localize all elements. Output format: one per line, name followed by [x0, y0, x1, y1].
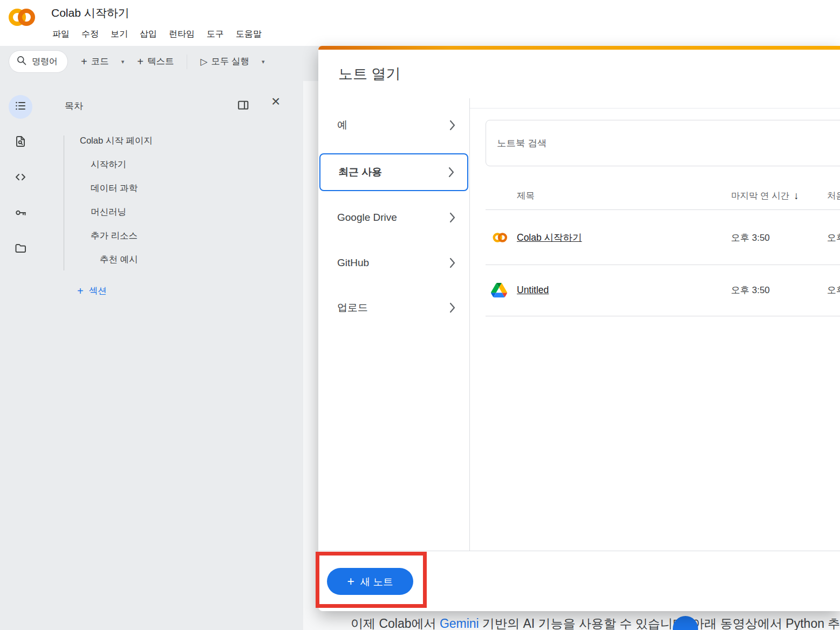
column-last-opened-label: 마지막 연 시간	[731, 190, 789, 202]
dialog-nav-examples[interactable]: 예	[319, 106, 468, 144]
nav-label: GitHub	[337, 257, 369, 269]
code-icon	[14, 171, 27, 186]
commands-button[interactable]: 명령어	[9, 50, 68, 73]
last-opened-cell: 오후 3:50	[731, 284, 770, 296]
menu-help[interactable]: 도움말	[230, 26, 268, 43]
dialog-divider	[470, 108, 840, 109]
colab-logo-icon[interactable]	[6, 4, 37, 32]
chevron-right-icon	[449, 120, 455, 131]
close-icon[interactable]: ×	[271, 94, 280, 109]
sort-descending-icon: ↓	[794, 190, 799, 202]
add-text-button[interactable]: + 텍스트	[137, 56, 174, 67]
notebook-search-box	[486, 120, 840, 166]
toolbar-divider	[187, 55, 187, 69]
dialog-nav-divider	[469, 98, 470, 551]
menu-bar: 파일 수정 보기 삽입 런타임 도구 도움말	[46, 26, 268, 43]
dialog-footer-divider	[318, 551, 840, 551]
open-notebook-dialog: 노트 열기 예 최근 사용 Google Drive GitHub 업로드	[318, 46, 840, 611]
menu-file[interactable]: 파일	[46, 26, 76, 43]
commands-label: 명령어	[32, 56, 58, 67]
add-code-button[interactable]: + 코드 ▾	[81, 56, 124, 67]
google-drive-icon	[491, 283, 509, 297]
menu-view[interactable]: 보기	[105, 26, 134, 43]
dialog-nav-github[interactable]: GitHub	[319, 244, 468, 282]
toc-item[interactable]: 추가 리소스	[64, 224, 153, 248]
plus-icon: +	[77, 286, 84, 296]
table-of-contents-icon	[14, 99, 27, 114]
notebook-intro-text: 이제 Colab에서 Gemini 기반의 AI 기능을 사용할 수 있습니다.…	[351, 615, 840, 630]
chevron-right-icon	[449, 212, 455, 223]
secrets-rail-button[interactable]	[9, 202, 32, 226]
toc-item[interactable]: Colab 시작 페이지	[64, 129, 153, 153]
menu-tools[interactable]: 도구	[201, 26, 230, 43]
notebook-search-input[interactable]	[486, 120, 840, 166]
toc-panel-title: 목차	[65, 100, 83, 112]
code-snippets-rail-button[interactable]	[9, 166, 32, 190]
gemini-link[interactable]: Gemini	[440, 617, 479, 630]
notebook-row: Untitled 오후 3:50 오후 3:50	[486, 265, 840, 316]
chevron-right-icon	[448, 167, 454, 178]
dialog-title: 노트 열기	[338, 64, 401, 84]
toc-tree: Colab 시작 페이지 시작하기 데이터 과학 머신러닝 추가 리소스 추천 …	[64, 129, 153, 272]
last-opened-cell: 오후 3:50	[731, 232, 770, 244]
first-opened-cell: 오후 3:50	[827, 284, 840, 296]
folder-icon	[14, 242, 27, 257]
run-all-label: 모두 실행	[211, 56, 249, 67]
add-code-label: 코드	[91, 56, 109, 67]
add-section-button[interactable]: + 섹션	[77, 285, 107, 297]
toc-panel: 목차 × Colab 시작 페이지 시작하기 데이터 과학 머신러닝 추가 리소…	[47, 86, 302, 615]
notebook-toolbar: 명령어 + 코드 ▾ + 텍스트 ▷ 모두 실행 ▾	[0, 49, 324, 74]
toc-item[interactable]: 데이터 과학	[64, 177, 153, 200]
play-icon: ▷	[200, 56, 207, 67]
table-header-divider	[486, 209, 840, 210]
notebook-table-header: 제목 마지막 연 시간 ↓ 처음 연 시간	[486, 184, 840, 208]
toc-item[interactable]: 추천 예시	[64, 248, 153, 272]
intro-text-after: 기반의 AI 기능을 사용할 수 있습니다. 아래 동영상에서 Python 추	[479, 617, 840, 630]
search-icon	[16, 55, 27, 68]
intro-text-before: 이제 Colab에서	[351, 617, 440, 630]
row-divider	[486, 316, 840, 316]
nav-label: 업로드	[337, 301, 368, 315]
chevron-right-icon	[449, 258, 455, 268]
chevron-down-icon[interactable]: ▾	[262, 58, 265, 65]
menu-insert[interactable]: 삽입	[134, 26, 163, 43]
menu-runtime[interactable]: 런타임	[163, 26, 201, 43]
chevron-down-icon[interactable]: ▾	[121, 58, 125, 65]
nav-label: 예	[337, 118, 347, 132]
nav-label: Google Drive	[337, 212, 397, 223]
notebook-link[interactable]: Untitled	[517, 284, 549, 296]
dialog-nav-google-drive[interactable]: Google Drive	[319, 199, 468, 236]
colab-notebook-icon	[491, 231, 509, 245]
toc-rail-button[interactable]	[9, 95, 32, 119]
app-header: Colab 시작하기 파일 수정 보기 삽입 런타임 도구 도움말	[0, 0, 840, 46]
menu-edit[interactable]: 수정	[76, 26, 105, 43]
toc-tree-guide-line	[64, 136, 64, 270]
notebook-link[interactable]: Colab 시작하기	[517, 231, 582, 244]
dialog-nav-upload[interactable]: 업로드	[319, 289, 468, 327]
files-rail-button[interactable]	[9, 238, 32, 261]
annotation-highlight-box	[316, 552, 427, 608]
nav-label: 최근 사용	[338, 165, 382, 179]
column-title[interactable]: 제목	[517, 190, 535, 202]
chevron-right-icon	[449, 302, 455, 313]
add-section-label: 섹션	[89, 285, 107, 297]
dialog-accent-bar	[318, 46, 840, 50]
open-in-pane-button[interactable]	[236, 98, 250, 114]
column-first-opened[interactable]: 처음 연 시간	[827, 190, 840, 202]
notebook-title[interactable]: Colab 시작하기	[51, 5, 129, 21]
run-all-button[interactable]: ▷ 모두 실행 ▾	[200, 56, 264, 67]
dialog-nav-recent[interactable]: 최근 사용	[319, 153, 468, 191]
notebook-row: Colab 시작하기 오후 3:50 오후 3:50	[486, 211, 840, 265]
column-last-opened[interactable]: 마지막 연 시간 ↓	[731, 190, 799, 202]
find-in-page-icon	[14, 135, 27, 150]
plus-icon: +	[81, 56, 87, 67]
add-text-label: 텍스트	[147, 56, 174, 67]
left-icon-rail	[9, 95, 32, 261]
key-icon	[14, 206, 27, 221]
plus-icon: +	[137, 56, 144, 67]
toc-item[interactable]: 머신러닝	[64, 200, 153, 224]
find-replace-rail-button[interactable]	[9, 131, 32, 154]
toc-item[interactable]: 시작하기	[64, 153, 153, 177]
first-opened-cell: 오후 3:50	[827, 232, 840, 244]
